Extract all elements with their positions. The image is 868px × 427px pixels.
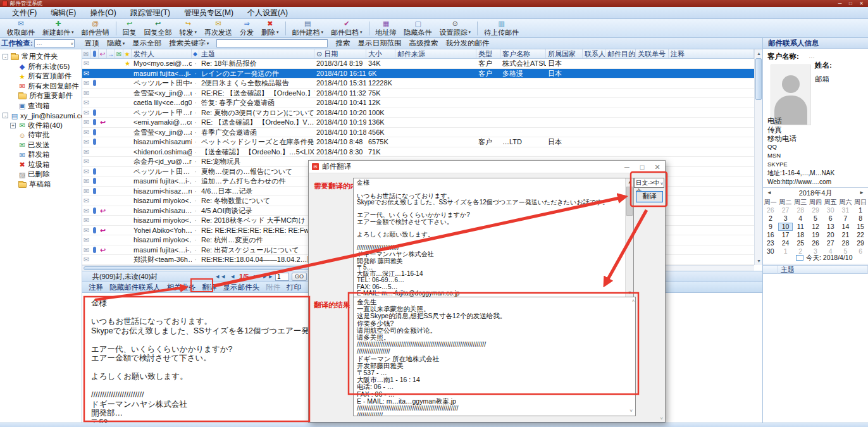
column-header-order_no[interactable]: 关联单号 [636, 49, 669, 58]
toolbar-mail-marketing-button[interactable]: @邮件营销 [78, 19, 113, 38]
calendar-day[interactable]: 28 [793, 206, 808, 214]
calendar-prev-icon[interactable]: ◄ [766, 188, 773, 198]
toolbar-mail-file-button[interactable]: ▤邮件建档▾ [288, 19, 328, 38]
calendar-day[interactable]: 21 [838, 231, 853, 239]
dialog-title-bar[interactable]: ✉ 邮件翻译 ─ □ ✕ [309, 161, 665, 173]
mail-row[interactable]: ✉masumi fujita<…ji-…·レインのエアー発送の件2018/4/1… [82, 69, 754, 79]
header-forwarded-icon[interactable]: → [107, 49, 115, 58]
last-page-button[interactable]: ►► [262, 273, 273, 280]
calendar-day[interactable]: 2 [763, 214, 778, 223]
scroll-down-icon[interactable]: ▼ [626, 289, 634, 297]
next-page-button[interactable]: ► [252, 273, 258, 280]
toolbar-resend-button[interactable]: ✉再次发送 [201, 19, 236, 38]
header-sent-mail-icon[interactable]: ✉ [115, 49, 123, 58]
column-header-type[interactable]: 类型 [476, 49, 500, 58]
mail-row[interactable]: ✉ペッツルート甲…rim…·Re: 夏物の3便目(マカロン)について2018/4… [82, 108, 754, 118]
translate-button[interactable]: 翻译 [636, 191, 663, 202]
calendar-day[interactable]: 12 [808, 223, 823, 231]
calendar-day[interactable]: 26 [808, 239, 823, 247]
column-header-note[interactable]: 注释 [669, 49, 754, 58]
menu-item-5[interactable]: 个人设置(A) [240, 8, 295, 18]
toolbar-receive-mail-button[interactable]: ✉收取邮件 [3, 19, 39, 38]
action-3-translate[interactable]: 翻译 [202, 283, 217, 292]
column-header-subject[interactable]: 主题 [199, 49, 314, 58]
calendar-day[interactable]: 7 [838, 214, 853, 223]
calendar-day[interactable]: 24 [778, 239, 793, 247]
prev-page-button[interactable]: ◄ [230, 273, 235, 280]
column-header-dot[interactable]: ◆ [192, 49, 199, 58]
source-textarea[interactable]: 金様 いつもお世話になっております。 Skypeでお伝え致しました、SSサイズを… [353, 178, 634, 297]
calendar-day[interactable]: 27 [778, 206, 793, 214]
scroll-up-icon[interactable]: ▲ [626, 178, 634, 186]
calendar-next-icon[interactable]: ► [858, 188, 865, 198]
sidebar-item-all-pinned[interactable]: ★所有置顶邮件 [0, 71, 82, 82]
filter-item-0[interactable]: 置顶 [81, 39, 103, 48]
result-textarea[interactable]: 金先生 一直以来承蒙您的关照。 这是Skype的消息,想把SS尺寸各12个的发送… [353, 297, 636, 416]
filter-item-3[interactable]: 搜索关键字▾ [165, 39, 213, 48]
sidebar-item-deleted-box[interactable]: ▨已删除 [0, 170, 82, 180]
filter-action-2[interactable]: 高级搜索 [405, 39, 442, 48]
collapse-icon[interactable]: - [3, 113, 8, 118]
toolbar-reply-button[interactable]: ↩回复 [119, 19, 140, 38]
menu-item-0[interactable]: 文件(F) [5, 8, 44, 18]
toolbar-distribute-button[interactable]: ⇒分发 [236, 19, 257, 38]
column-header-sender[interactable]: 发件人 [132, 49, 192, 58]
calendar-day[interactable]: 28 [838, 239, 853, 247]
calendar-day[interactable]: 19 [808, 231, 823, 239]
calendar-day-selected[interactable]: 10 [778, 223, 793, 231]
toolbar-mail-archive-button[interactable]: ✔邮件归档▾ [327, 19, 366, 38]
header-replied-icon[interactable]: ↩ [99, 49, 107, 58]
action-1[interactable]: 隐藏邮件联系人 [109, 283, 161, 292]
sidebar-item-all-unread[interactable]: ◆所有未读(65) [0, 62, 82, 72]
filter-item-2[interactable]: 显示全部 [128, 39, 165, 48]
first-page-button[interactable]: ◄◄ [214, 273, 226, 280]
sidebar-item-common-folders[interactable]: -常用文件夹 [0, 52, 82, 62]
calendar-day[interactable]: 23 [763, 239, 778, 247]
calendar-day[interactable]: 31 [838, 206, 853, 214]
column-header-source[interactable]: 邮件来源 [395, 49, 476, 58]
menu-item-4[interactable]: 管理员专区(M) [177, 8, 240, 18]
mail-row[interactable]: ✉金雪莹<xy_jin@…arum…·春季广交会邀请函2018/4/10 10:… [82, 128, 754, 138]
calendar-day[interactable]: 8 [853, 214, 868, 223]
toolbar-set-tracking-button[interactable]: ⊙设置跟踪▾ [436, 19, 475, 38]
calendar-day[interactable]: 22 [853, 231, 868, 239]
resize-grip[interactable]: ˅ [660, 416, 663, 421]
mail-row[interactable]: ✉<hidenori.oshima@…·【送金確認】 【OrdeeNo.】…5<… [82, 147, 754, 158]
menu-item-3[interactable]: 跟踪管理(T) [123, 8, 177, 18]
action-5[interactable]: 附件 [266, 283, 280, 292]
calendar-day[interactable]: 11 [793, 223, 808, 231]
go-button[interactable]: GO [292, 273, 307, 281]
filter-action-3[interactable]: 我分发的邮件 [442, 39, 493, 48]
column-header-country[interactable]: 所属国家 [546, 49, 583, 58]
collapse-icon[interactable]: - [3, 54, 8, 59]
calendar-day[interactable]: 26 [763, 206, 778, 214]
toolbar-delete-button[interactable]: ✖删除▾ [257, 19, 283, 38]
mail-row[interactable]: ✉ペッツルート田中<…ina…·2便目氷まくら全数検品報告2018/4/10 1… [82, 78, 754, 89]
mail-row[interactable]: ✉hisazumi<hisazumi@…·ペットベッドシリーズと在庫条件発シリー… [82, 137, 754, 147]
page-number-input[interactable] [275, 273, 289, 281]
workspace-dropdown[interactable]: … ˅ [34, 39, 75, 47]
toolbar-forward-button[interactable]: ↪转发▾ [176, 19, 201, 38]
scroll-down-icon[interactable]: ˅ [629, 408, 633, 414]
mail-row[interactable]: ✉caetla lily<ce…dg0…·答复: 春季广交会邀请函2018/4/… [82, 98, 754, 108]
sidebar-item-drafts-box[interactable]: 草稿箱 [0, 180, 82, 190]
search-keyword-input[interactable] [216, 39, 328, 47]
mail-row[interactable]: ✉金雪莹<xy_jin@…um…·RE:RE: 【送金確認】 【OrdeeNo.… [82, 89, 754, 99]
source-scrollbar[interactable]: ▲ ▼ [625, 178, 633, 297]
calendar-day[interactable]: 1 [853, 206, 868, 214]
calendar-day[interactable]: 4 [793, 214, 808, 223]
filter-item-1[interactable]: 隐藏▾ [103, 39, 129, 48]
column-header-customer[interactable]: 客户名称 [500, 49, 546, 58]
contact-website[interactable]: Web:http://www.…com [767, 178, 867, 185]
header-attachment-icon[interactable] [90, 49, 99, 58]
calendar-day[interactable]: 17 [778, 231, 793, 239]
calendar-day[interactable]: 3 [778, 214, 793, 223]
action-6[interactable]: 打印 [287, 283, 301, 292]
dialog-maximize-icon[interactable]: □ [635, 161, 650, 173]
calendar-day[interactable]: 30 [823, 206, 838, 214]
calendar-day[interactable]: 29 [808, 206, 823, 214]
menu-item-2[interactable]: 操作(O) [83, 8, 123, 18]
calendar-day[interactable]: 9 [763, 223, 778, 231]
calendar-day[interactable]: 13 [823, 223, 838, 231]
sidebar-item-inbox[interactable]: +✉收件箱(40) [0, 121, 82, 131]
